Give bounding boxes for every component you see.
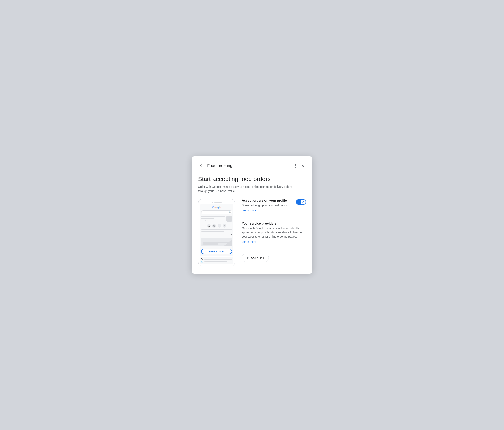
modal-container: Food ordering Start (191, 156, 313, 274)
hero-subtitle: Order with Google makes it easy to accep… (198, 185, 299, 193)
service-providers-learn-more[interactable]: Learn more (242, 240, 256, 244)
phone-dot (212, 202, 213, 203)
right-panel: Accept orders on your profile Show order… (242, 199, 306, 262)
more-vert-icon (294, 163, 297, 168)
close-button[interactable] (300, 163, 306, 169)
accept-orders-section: Accept orders on your profile Show order… (242, 199, 306, 218)
phone-screen: Google 🔍 ★ ★ ★ (200, 204, 233, 256)
toggle-knob: ✓ (301, 200, 306, 204)
service-providers-section: Your service providers Order with Google… (242, 222, 306, 248)
phone-speaker (212, 202, 222, 203)
accept-orders-desc: Show ordering options to customers (242, 203, 287, 207)
phone-speaker-bar (214, 202, 222, 203)
google-logo-row: Google (201, 206, 232, 209)
header-left: Food ordering (198, 163, 233, 169)
map-line-2 (202, 244, 218, 245)
chevron-right-icon: › (231, 233, 232, 236)
accept-orders-text: Accept orders on your profile Show order… (242, 199, 287, 212)
action-icons-row: 📞 ◎ □ ○ (201, 224, 232, 228)
content-area: Google 🔍 ★ ★ ★ (198, 199, 306, 266)
service-providers-title: Your service providers (242, 222, 306, 225)
action-save-icon: □ (217, 224, 221, 228)
stars-row: ★ ★ ★ ★ ★ (201, 220, 225, 222)
toggle-container: ✓ (296, 199, 306, 205)
plus-icon: + (246, 256, 249, 260)
biz-icon (226, 216, 232, 221)
bottom-line-2 (204, 261, 227, 263)
phone-mockup: Google 🔍 ★ ★ ★ (198, 199, 235, 266)
accept-orders-toggle[interactable]: ✓ (296, 199, 306, 205)
action-share-icon: ○ (223, 224, 226, 228)
phone-search-bar: 🔍 (201, 211, 232, 214)
service-providers-desc: Order with Google providers will automat… (242, 226, 306, 239)
phone-map-area: 📍 (201, 238, 232, 246)
mock-line-4 (201, 231, 224, 232)
hero-title: Start accepting food orders (198, 175, 306, 183)
accept-orders-learn-more[interactable]: Learn more (242, 209, 256, 212)
phone-bottom: 📞 🌐 (200, 257, 233, 264)
accept-orders-header: Accept orders on your profile Show order… (242, 199, 306, 212)
toggle-checkmark: ✓ (302, 200, 304, 204)
more-options-button[interactable] (293, 162, 298, 170)
mock-line-2 (201, 218, 214, 219)
back-button[interactable] (198, 163, 204, 169)
add-link-label: Add a link (251, 256, 264, 260)
add-link-button[interactable]: + Add a link (242, 254, 269, 262)
google-logo: Google (213, 206, 221, 209)
accept-orders-title: Accept orders on your profile (242, 199, 287, 202)
modal-title: Food ordering (207, 163, 233, 168)
modal-header: Food ordering (198, 162, 306, 170)
mock-line-3 (201, 229, 232, 230)
phone-search-icon: 🔍 (229, 211, 231, 213)
bottom-line-1 (204, 259, 232, 260)
action-phone-icon: 📞 (207, 224, 211, 228)
backdrop: Food ordering Start (0, 0, 504, 430)
place-order-button[interactable]: Place an order (201, 249, 232, 254)
header-right (293, 162, 306, 170)
action-direction-icon: ◎ (212, 224, 216, 228)
mock-line-1 (201, 216, 225, 217)
